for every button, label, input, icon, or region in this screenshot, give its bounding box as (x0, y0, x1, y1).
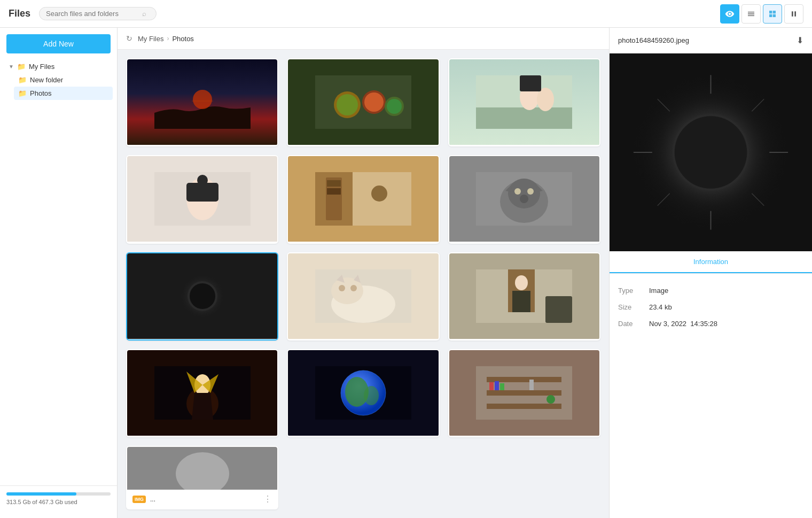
file-card[interactable]: IMG ... ⋮ (126, 446, 278, 509)
svg-rect-23 (327, 188, 341, 195)
grid-view-button[interactable] (763, 4, 782, 24)
sidebar-item-newfolder[interactable]: 📁 New folder (14, 73, 113, 87)
sidebar-newfolder-label: New folder (30, 76, 63, 84)
svg-rect-13 (520, 75, 541, 91)
breadcrumb-separator: › (167, 35, 169, 42)
file-area: ↻ My Files › Photos IMG FXpZWVnVEAEef...… (118, 28, 609, 518)
file-card[interactable]: JPEG hqdefault.jpg ⋮ (448, 58, 600, 146)
file-thumbnail (288, 350, 438, 436)
search-icon: ⌕ (142, 10, 146, 18)
sidebar-myfiles-label: My Files (29, 63, 54, 71)
file-card[interactable]: JPEG WTPXYEu.jpg ⋮ (287, 349, 439, 437)
file-grid: IMG FXpZWVnVEAEef... ⋮ JPEG Horrible-Sub… (118, 50, 609, 518)
info-row-type: Type Image (618, 282, 803, 299)
svg-point-24 (371, 185, 387, 202)
svg-point-8 (387, 99, 402, 114)
list-view-button[interactable] (741, 4, 761, 24)
breadcrumb-current: Photos (172, 35, 193, 43)
file-info: JPEG hqdefault.jpg ⋮ (449, 145, 599, 146)
pause-button[interactable] (784, 4, 803, 24)
svg-point-68 (675, 116, 747, 189)
app-header: Files ⌕ (0, 0, 812, 28)
storage-text: 313.5 Gb of 467.3 Gb used (6, 499, 111, 505)
chevron-down-icon: ▼ (9, 64, 14, 69)
date-label: Date (618, 320, 645, 328)
sidebar-item-photos[interactable]: 📁 Photos (14, 87, 113, 100)
sidebar-tree: ▼ 📁 My Files 📁 New folder 📁 Photos (0, 60, 117, 485)
preview-filename: photo1648459260.jpeg (618, 36, 689, 44)
sidebar-tree-children: 📁 New folder 📁 Photos (4, 73, 113, 100)
svg-rect-22 (327, 180, 341, 187)
file-info: IMG ... ⋮ (127, 490, 277, 508)
svg-point-39 (350, 285, 357, 291)
file-card[interactable]: IMG photo164848945... ⋮ (287, 252, 439, 341)
search-input[interactable] (46, 10, 142, 18)
svg-point-42 (515, 275, 528, 290)
tab-information[interactable]: Information (610, 251, 812, 273)
pause-icon (790, 10, 798, 18)
file-card[interactable]: JPEG tumblr_p5vofm... ⋮ (126, 349, 278, 437)
file-card[interactable]: JPEG Horrible-Subs-Sh... ⋮ (287, 58, 439, 146)
file-thumbnail (288, 59, 438, 145)
sidebar: Add New ▼ 📁 My Files 📁 New folder 📁 Phot… (0, 28, 118, 518)
preview-tabs: Information (610, 251, 812, 274)
svg-rect-56 (487, 404, 561, 409)
file-menu-button[interactable]: ⋮ (263, 494, 272, 504)
file-info: JPEG tumblr_p5vofm... ⋮ (127, 436, 277, 437)
size-label: Size (618, 303, 645, 311)
sidebar-footer: 313.5 Gb of 467.3 Gb used (0, 485, 117, 512)
refresh-icon[interactable]: ↻ (126, 34, 132, 43)
app-title: Files (9, 8, 30, 19)
svg-rect-43 (512, 291, 530, 312)
preview-panel: photo1648459260.jpeg ⬇ (609, 28, 812, 518)
sidebar-item-myfiles[interactable]: ▼ 📁 My Files (4, 60, 113, 73)
type-label: Type (618, 287, 645, 295)
file-card-selected[interactable]: IMG photo164845926... ⋮ (126, 252, 278, 341)
file-thumbnail (127, 350, 277, 436)
file-thumbnail (288, 156, 438, 242)
breadcrumb-root[interactable]: My Files (138, 35, 163, 43)
file-thumbnail (127, 447, 277, 490)
preview-image (610, 53, 812, 251)
folder-icon-photos: 📁 (18, 89, 27, 97)
svg-rect-60 (529, 380, 534, 390)
file-thumbnail (449, 156, 599, 242)
svg-rect-16 (186, 183, 218, 202)
file-card[interactable]: JPEG photo523573171... ⋮ (448, 252, 600, 341)
file-thumbnail (288, 253, 438, 339)
preview-toggle-button[interactable] (720, 4, 739, 24)
svg-point-17 (197, 175, 208, 185)
file-info: JPEG photo523573171... ⋮ (449, 339, 599, 341)
preview-image-wrap (610, 53, 812, 251)
preview-info: Type Image Size 23.4 kb Date Nov 3, 2022… (610, 274, 812, 341)
file-info: IMG photo164848945... ⋮ (288, 339, 438, 341)
file-card[interactable]: IMG images.jpeg ⋮ (126, 155, 278, 243)
file-thumbnail (127, 59, 277, 145)
file-thumbnail (449, 253, 599, 339)
grid-icon (768, 10, 777, 18)
svg-rect-44 (545, 296, 572, 323)
file-card[interactable]: IMG FXpZWVnVEAEef... ⋮ (126, 58, 278, 146)
file-card[interactable]: JPEG lesly-juarez-EW2... ⋮ (287, 155, 439, 243)
svg-point-1 (193, 90, 212, 109)
svg-point-51 (364, 386, 379, 405)
file-card[interactable]: JPEG wu-yi-3lJMJ3g37l... ⋮ (448, 349, 600, 437)
info-row-date: Date Nov 3, 2022 14:35:28 (618, 315, 803, 332)
file-thumbnail (449, 350, 599, 436)
file-card[interactable]: JPEG musicfox-fx-R9F... ⋮ (448, 155, 600, 243)
storage-bar (6, 492, 111, 496)
svg-rect-10 (476, 107, 572, 129)
download-button[interactable]: ⬇ (797, 35, 803, 45)
svg-point-28 (514, 188, 521, 195)
file-info: IMG images.jpeg ⋮ (127, 242, 277, 243)
type-value: Image (649, 287, 668, 295)
size-value: 23.4 kb (649, 303, 672, 311)
search-box[interactable]: ⌕ (39, 7, 157, 20)
breadcrumb: ↻ My Files › Photos (118, 28, 609, 50)
sidebar-photos-label: Photos (30, 89, 51, 97)
svg-point-38 (339, 285, 345, 291)
svg-point-30 (520, 195, 528, 203)
header-actions (720, 4, 803, 24)
add-new-button[interactable]: Add New (6, 34, 111, 53)
svg-point-34 (190, 283, 215, 309)
